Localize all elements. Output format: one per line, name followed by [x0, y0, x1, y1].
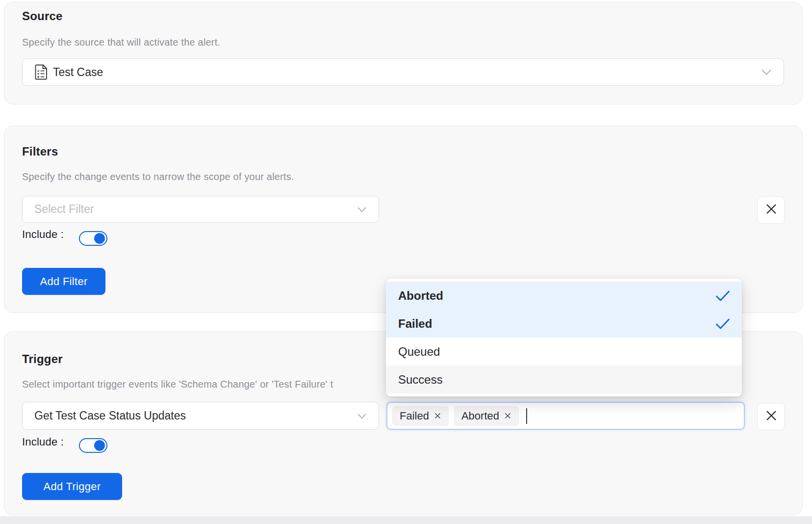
filter-include-toggle[interactable] [79, 231, 107, 246]
trigger-event-select-value: Get Test Case Status Updates [34, 409, 186, 422]
source-section: Source Specify the source that will acti… [4, 2, 803, 105]
status-tag-label: Failed [400, 410, 429, 422]
document-checklist-icon [34, 64, 48, 80]
trigger-description: Select important trigger events like 'Sc… [22, 379, 333, 390]
trigger-title: Trigger [22, 352, 63, 366]
filters-title: Filters [22, 145, 58, 158]
source-description: Specify the source that will activate th… [22, 37, 220, 48]
x-icon [765, 409, 778, 424]
remove-tag-x-icon[interactable] [504, 412, 511, 419]
chevron-down-icon [357, 207, 367, 212]
remove-tag-x-icon[interactable] [434, 412, 441, 419]
text-cursor-caret [526, 408, 527, 424]
trigger-status-multiselect[interactable]: Failed Aborted [386, 402, 745, 430]
trigger-event-select[interactable]: Get Test Case Status Updates [22, 402, 379, 430]
source-select[interactable]: Test Case [22, 58, 784, 86]
x-icon [765, 203, 778, 217]
filter-include-label: Include : [22, 228, 64, 241]
toggle-knob [94, 233, 105, 244]
filter-select-placeholder: Select Filter [34, 203, 94, 216]
check-icon [715, 318, 730, 329]
option-label: Queued [398, 345, 440, 359]
alert-configuration-page: Source Specify the source that will acti… [0, 0, 812, 524]
toggle-knob [94, 440, 105, 451]
filters-description: Specify the change events to narrow the … [22, 171, 294, 183]
option-label: Success [398, 373, 443, 387]
chevron-down-icon [357, 413, 367, 419]
dropdown-option-failed[interactable]: Failed [386, 310, 742, 338]
chevron-down-icon [761, 69, 772, 76]
option-label: Aborted [398, 289, 443, 303]
add-trigger-button[interactable]: Add Trigger [22, 473, 122, 500]
status-tag-label: Aborted [461, 410, 499, 422]
dropdown-option-queued[interactable]: Queued [386, 338, 742, 366]
status-tag: Failed [392, 406, 449, 426]
remove-filter-button[interactable] [757, 196, 785, 224]
dropdown-option-aborted[interactable]: Aborted [386, 282, 742, 310]
status-tag: Aborted [454, 406, 519, 426]
trigger-include-toggle[interactable] [79, 438, 107, 453]
source-title: Source [22, 9, 63, 23]
bottom-strip [0, 516, 812, 524]
dropdown-option-success[interactable]: Success [386, 366, 742, 393]
check-icon [715, 290, 730, 301]
remove-trigger-button[interactable] [757, 403, 785, 430]
add-filter-button[interactable]: Add Filter [22, 268, 105, 295]
status-options-dropdown: Aborted Failed Queued Success [386, 279, 742, 396]
option-label: Failed [398, 317, 432, 331]
filter-select[interactable]: Select Filter [22, 196, 379, 223]
source-select-value: Test Case [53, 66, 103, 79]
trigger-include-label: Include : [22, 436, 64, 448]
